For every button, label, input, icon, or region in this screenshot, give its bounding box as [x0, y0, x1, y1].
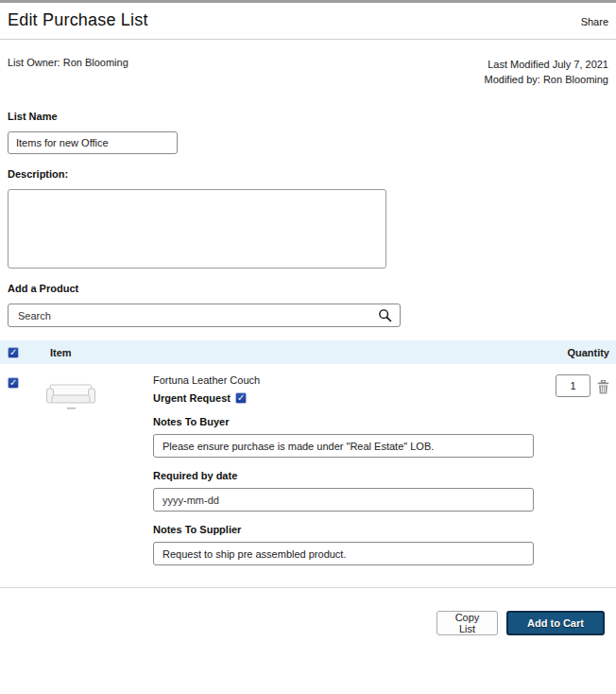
page-header: Edit Purchase List Share: [0, 3, 616, 40]
item-details-cell: Fortuna Leather Couch Urgent Request Not…: [153, 373, 534, 565]
list-meta: List Owner: Ron Blooming Last Modified J…: [0, 40, 616, 87]
add-product-label: Add a Product: [8, 283, 608, 294]
edit-purchase-list-page: Edit Purchase List Share List Owner: Ron…: [0, 0, 616, 694]
description-label: Description:: [8, 168, 608, 180]
quantity-input[interactable]: [556, 374, 590, 397]
row-select-cell: [0, 373, 42, 392]
notes-to-supplier-input[interactable]: [153, 542, 534, 565]
table-row: Fortuna Leather Couch Urgent Request Not…: [0, 364, 616, 565]
page-title: Edit Purchase List: [8, 10, 148, 30]
last-modified-date: Last Modified July 7, 2021: [485, 57, 608, 72]
required-by-date-label: Required by date: [153, 470, 534, 481]
quantity-column-header: Quantity: [567, 347, 609, 358]
row-checkbox[interactable]: [8, 377, 19, 389]
items-table-header: Item Quantity: [0, 340, 616, 364]
search-icon[interactable]: [378, 308, 392, 322]
copy-list-button[interactable]: Copy List: [436, 611, 498, 635]
list-name-label: List Name: [8, 111, 608, 122]
list-name-input[interactable]: [8, 131, 178, 154]
product-name: Fortuna Leather Couch: [153, 374, 534, 386]
product-image-cell: [42, 373, 153, 412]
product-search: [8, 304, 401, 327]
urgent-request-checkbox[interactable]: [235, 392, 247, 404]
notes-to-buyer-input[interactable]: [153, 434, 534, 458]
urgent-request-label: Urgent Request: [153, 392, 231, 404]
required-by-date-input[interactable]: [153, 488, 534, 512]
delete-item-button[interactable]: [597, 379, 609, 397]
list-owner: List Owner: Ron Blooming: [8, 57, 128, 87]
notes-to-buyer-label: Notes To Buyer: [153, 416, 534, 427]
cart-actions: Copy List Add to Cart: [0, 611, 616, 635]
trash-icon: [597, 380, 609, 394]
notes-to-supplier-label: Notes To Supplier: [153, 524, 534, 535]
couch-thumbnail-image: [43, 382, 98, 412]
description-textarea[interactable]: [8, 189, 386, 269]
add-to-cart-button[interactable]: Add to Cart: [506, 611, 605, 635]
list-form: List Name Description: Add a Product: [0, 111, 616, 327]
quantity-cell: [534, 373, 616, 397]
select-all-checkbox[interactable]: [8, 347, 19, 358]
item-column-header: Item: [50, 347, 567, 358]
modified-by: Modified by: Ron Blooming: [485, 72, 608, 87]
product-search-input[interactable]: [8, 304, 401, 327]
share-link[interactable]: Share: [581, 16, 608, 27]
section-divider: [0, 587, 616, 588]
urgent-request-line: Urgent Request: [153, 392, 534, 404]
modified-info: Last Modified July 7, 2021 Modified by: …: [485, 57, 608, 87]
